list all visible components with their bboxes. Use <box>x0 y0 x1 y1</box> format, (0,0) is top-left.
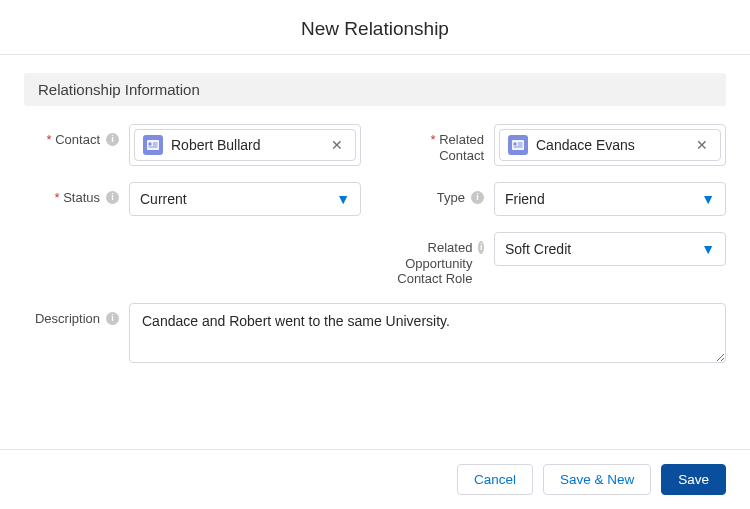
contact-pill: Robert Bullard ✕ <box>134 129 356 161</box>
close-icon[interactable]: ✕ <box>692 135 712 155</box>
form-grid: * Contact i Robert Bullard ✕ * Rela <box>24 124 726 367</box>
field-status: * Status i Current ▼ <box>24 182 361 216</box>
related-contact-pill: Candace Evans ✕ <box>499 129 721 161</box>
status-value: Current <box>140 191 187 207</box>
label-status-text: Status <box>63 190 100 205</box>
label-related-contact: * Related Contact <box>389 124 484 163</box>
svg-rect-1 <box>149 143 152 146</box>
info-icon[interactable]: i <box>106 133 119 146</box>
label-related-contact-text: Related Contact <box>439 132 484 163</box>
label-type-text: Type <box>437 190 465 206</box>
label-contact: * Contact i <box>24 124 119 148</box>
empty-cell <box>24 232 361 287</box>
related-contact-value: Candace Evans <box>536 137 684 153</box>
description-textarea[interactable] <box>129 303 726 363</box>
save-button[interactable]: Save <box>661 464 726 495</box>
label-type: Type i <box>389 182 484 206</box>
field-description: Description i <box>24 303 726 367</box>
contact-icon <box>143 135 163 155</box>
chevron-down-icon: ▼ <box>701 241 715 257</box>
info-icon[interactable]: i <box>106 312 119 325</box>
svg-rect-2 <box>153 143 158 144</box>
svg-rect-7 <box>518 143 523 144</box>
section-header: Relationship Information <box>24 73 726 106</box>
contact-icon <box>508 135 528 155</box>
save-and-new-button[interactable]: Save & New <box>543 464 651 495</box>
related-opp-role-value: Soft Credit <box>505 241 571 257</box>
related-contact-lookup[interactable]: Candace Evans ✕ <box>494 124 726 166</box>
type-select[interactable]: Friend ▼ <box>494 182 726 216</box>
modal-body: Relationship Information * Contact i Rob… <box>0 55 750 377</box>
field-related-contact: * Related Contact Candace Evans ✕ <box>389 124 726 166</box>
close-icon[interactable]: ✕ <box>327 135 347 155</box>
modal-footer: Cancel Save & New Save <box>0 449 750 509</box>
field-related-opp-role: Related Opportunity Contact Role i Soft … <box>389 232 726 287</box>
chevron-down-icon: ▼ <box>701 191 715 207</box>
status-select[interactable]: Current ▼ <box>129 182 361 216</box>
svg-rect-4 <box>149 147 158 148</box>
field-contact: * Contact i Robert Bullard ✕ <box>24 124 361 166</box>
related-opp-role-select[interactable]: Soft Credit ▼ <box>494 232 726 266</box>
chevron-down-icon: ▼ <box>336 191 350 207</box>
contact-lookup[interactable]: Robert Bullard ✕ <box>129 124 361 166</box>
svg-rect-8 <box>518 145 523 146</box>
label-status: * Status i <box>24 182 119 206</box>
contact-value: Robert Bullard <box>171 137 319 153</box>
modal-header: New Relationship <box>0 0 750 55</box>
label-description-text: Description <box>35 311 100 327</box>
modal-title: New Relationship <box>0 18 750 40</box>
label-related-opp-role: Related Opportunity Contact Role i <box>389 232 484 287</box>
label-description: Description i <box>24 303 119 327</box>
label-contact-text: Contact <box>55 132 100 147</box>
svg-rect-3 <box>153 145 158 146</box>
svg-rect-9 <box>514 147 523 148</box>
info-icon[interactable]: i <box>478 241 484 254</box>
cancel-button[interactable]: Cancel <box>457 464 533 495</box>
type-value: Friend <box>505 191 545 207</box>
field-type: Type i Friend ▼ <box>389 182 726 216</box>
label-related-opp-role-text: Related Opportunity Contact Role <box>389 240 472 287</box>
info-icon[interactable]: i <box>471 191 484 204</box>
info-icon[interactable]: i <box>106 191 119 204</box>
svg-rect-6 <box>514 143 517 146</box>
